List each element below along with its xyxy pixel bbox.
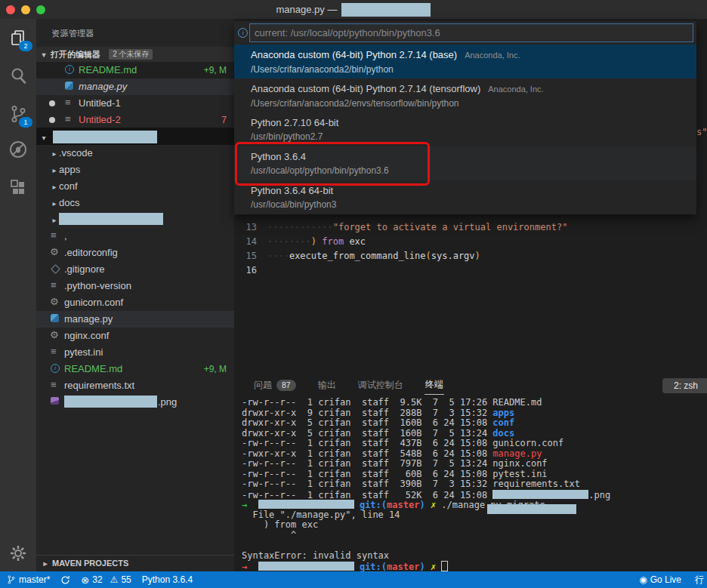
redaction-box [53, 131, 157, 143]
interpreter-name: Anaconda custom (64-bit) Python 2.7.14 (… [251, 49, 457, 60]
tree-item-label: requirements.txt [64, 380, 134, 391]
terminal-text: docs [492, 428, 514, 439]
tree-item[interactable]: .editorconfig [36, 245, 234, 261]
code-lines: 13············"forget to activate a virt… [234, 220, 707, 278]
line-label: 行 [695, 574, 704, 586]
interpreter-option[interactable]: Python 3.6.4/usr/local/opt/python/bin/py… [234, 146, 696, 180]
git-branch-item[interactable]: master* [7, 574, 50, 585]
workspace-folder-header[interactable]: ▾ [36, 128, 234, 145]
terminal-text: -rw-r--r-- 1 crifan staff 9.5K 7 5 17:26 [242, 397, 492, 408]
sidebar-explorer: 资源管理器 ▾ 打开的编辑器 2 个未保存 README.md+9, Mmana… [36, 19, 234, 571]
tree-item[interactable]: ▸docs [36, 195, 234, 211]
open-editors-header[interactable]: ▾ 打开的编辑器 2 个未保存 [36, 47, 234, 62]
terminal-output[interactable]: -rw-r--r-- 1 crifan staff 9.5K 7 5 17:26… [242, 398, 707, 571]
open-editor-item[interactable]: README.md+9, M [36, 62, 234, 79]
tree-item-label: .vscode [59, 147, 93, 159]
explorer-icon[interactable]: 2 [8, 28, 28, 48]
unsaved-badge: 2 个未保存 [109, 49, 153, 60]
tree-item[interactable]: requirements.txt [36, 377, 234, 394]
terminal-shell-select[interactable]: 2: zsh [662, 378, 707, 393]
terminal-text: nginx.conf [492, 458, 547, 469]
unsaved-dot-icon [49, 117, 55, 123]
tree-item[interactable]: .png [36, 394, 234, 411]
open-editor-item[interactable]: Untitled-27 [36, 112, 234, 128]
chevron-right-icon: ▸ [50, 162, 59, 179]
tree-item-label: manage.py [64, 313, 113, 325]
redaction-box [64, 396, 157, 408]
branch-icon [7, 574, 16, 585]
terminal-line: -rw-r--r-- 1 crifan staff 437B 6 24 15:0… [242, 439, 707, 449]
code-token: ········ [267, 236, 311, 247]
tree-item[interactable]: manage.py [36, 311, 234, 328]
terminal-text: requirements.txt [492, 479, 580, 489]
open-editor-item[interactable]: Untitled-1 [36, 95, 234, 112]
tree-item[interactable]: ▸ [36, 211, 234, 228]
open-editor-item[interactable]: manage.py [36, 79, 234, 95]
terminal-text: -rw-r--r-- 1 crifan staff 390B 7 3 15:32 [242, 479, 492, 489]
interpreter-label: Anaconda custom (64-bit) Python 2.7.14 (… [251, 48, 689, 62]
tree-item[interactable]: nginx.conf [36, 328, 234, 344]
interpreter-label: Anaconda custom (64-bit) Python 2.7.14 (… [251, 82, 689, 96]
file-tree: ▸.vscode▸apps▸conf▸docs▸,.editorconfig.g… [36, 145, 234, 411]
tree-item[interactable]: ▸conf [36, 178, 234, 195]
terminal-text: conf [492, 417, 514, 428]
terminal-line: SyntaxError: invalid syntax [242, 551, 707, 562]
open-editors-label: 打开的编辑器 [51, 50, 100, 59]
interpreter-path: /Users/crifan/anaconda2/envs/tensorflow/… [251, 97, 689, 109]
vscode-window: manage.py — 2 1 [0, 0, 707, 588]
go-live-label: Go Live [650, 574, 681, 585]
panel-tab-other[interactable]: 调试控制台 [357, 376, 404, 395]
maven-projects-header[interactable]: ▸ MAVEN PROJECTS [36, 555, 234, 571]
git-status-meta: +9, M [204, 62, 227, 79]
interpreter-option[interactable]: Anaconda custom (64-bit) Python 2.7.14 (… [234, 79, 696, 112]
python-version-item[interactable]: Python 3.6.4 [142, 574, 193, 585]
tree-item-suffix: .png [158, 396, 177, 408]
sync-button[interactable] [60, 575, 70, 585]
tree-item[interactable]: ▸.vscode [36, 145, 234, 162]
line-number: 13 [234, 220, 257, 235]
redaction-box [341, 3, 431, 17]
redaction-box [487, 504, 576, 514]
panel-tab-other[interactable]: 输出 [317, 376, 337, 395]
tree-item[interactable]: , [36, 228, 234, 245]
tree-item[interactable]: README.md+9, M [36, 361, 234, 377]
interpreter-option[interactable]: Python 2.7.10 64-bit/usr/bin/python2.7 [234, 112, 696, 146]
quickpick-input-row: i current: /usr/local/opt/python/bin/pyt… [234, 21, 696, 45]
unsaved-dot-icon [49, 100, 55, 106]
terminal-line: ) from exc [242, 520, 707, 531]
interpreter-option[interactable]: Python 3.6.4 64-bit/usr/local/bin/python… [234, 180, 696, 214]
git-status-meta: 7 [221, 112, 227, 128]
quickpick-input[interactable]: current: /usr/local/opt/python/bin/pytho… [249, 23, 693, 42]
problems-item[interactable]: 32 55 [81, 574, 131, 586]
panel-tab-other[interactable]: 问题87 [253, 376, 297, 395]
scm-badge: 1 [19, 117, 32, 128]
tree-item[interactable]: gunicorn.conf [36, 294, 234, 311]
terminal-text: README.md [492, 397, 542, 408]
errors-icon [81, 574, 89, 586]
settings-gear-icon[interactable] [8, 543, 28, 563]
debug-icon[interactable] [8, 140, 28, 159]
terminal-line: -rw-r--r-- 1 crifan staff 60B 6 24 15:08… [242, 469, 707, 480]
file-icon [50, 280, 61, 291]
open-editor-label: README.md [79, 64, 137, 75]
terminal-line: File "./manage.py", line 14 [242, 510, 707, 521]
title-bar: manage.py — [0, 0, 707, 19]
go-live-item[interactable]: Go Live [639, 574, 681, 585]
terminal-line: -rw-r--r-- 1 crifan staff 390B 7 3 15:32… [242, 479, 707, 490]
tree-item-label: pytest.ini [64, 346, 103, 358]
interpreter-name: Python 2.7.10 64-bit [251, 117, 338, 128]
source-control-icon[interactable]: 1 [8, 104, 28, 124]
cursor-position-item[interactable]: 行 [695, 574, 704, 586]
tree-item[interactable]: .gitignore [36, 261, 234, 278]
terminal-text [354, 562, 360, 572]
redaction-box [258, 562, 354, 571]
panel-tab-terminal[interactable]: 终端 [425, 375, 444, 395]
tree-item[interactable]: pytest.ini [36, 344, 234, 361]
interpreter-option[interactable]: Anaconda custom (64-bit) Python 2.7.14 (… [234, 45, 696, 79]
extensions-icon[interactable] [8, 177, 28, 197]
tree-item[interactable]: .python-version [36, 278, 234, 294]
terminal-line: → git:(master) ✗ [242, 561, 707, 571]
tree-item-label: , [64, 230, 67, 242]
search-icon[interactable] [8, 66, 28, 85]
tree-item[interactable]: ▸apps [36, 162, 234, 178]
